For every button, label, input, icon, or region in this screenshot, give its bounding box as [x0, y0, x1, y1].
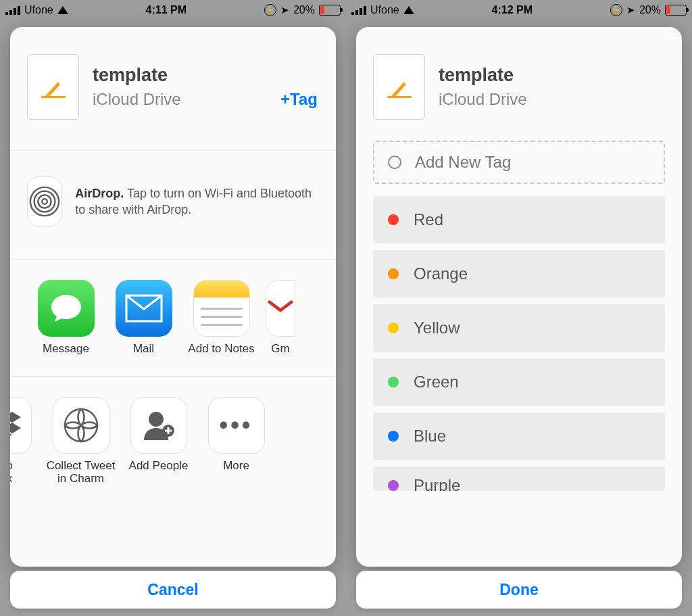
tag-list: Red Orange Yellow Green Blue — [373, 196, 665, 491]
tag-dot — [388, 431, 399, 442]
add-people-icon — [130, 397, 187, 454]
notes-icon — [193, 280, 250, 337]
svg-point-4 — [149, 412, 164, 427]
more-icon: ••• — [208, 397, 265, 454]
tag-green[interactable]: Green — [373, 358, 665, 406]
svg-point-1 — [38, 195, 51, 208]
airdrop-icon — [27, 176, 61, 227]
time-label: 4:12 PM — [414, 4, 610, 16]
battery-percent: 20% — [639, 4, 661, 16]
dropbox-icon — [10, 397, 32, 454]
share-gmail[interactable]: Gm — [260, 280, 301, 356]
rotation-lock-icon: 🔒 — [610, 4, 622, 16]
tag-red[interactable]: Red — [373, 196, 665, 243]
rotation-lock-icon: 🔒 — [264, 4, 276, 16]
mail-icon — [116, 280, 172, 337]
app-share-row[interactable]: Message Mail Add to Notes Gm — [10, 260, 336, 377]
status-bar: Ufone 4:11 PM 🔒 ➤ 20% — [0, 0, 346, 20]
messages-icon — [38, 280, 95, 337]
battery-icon — [665, 5, 687, 16]
share-add-to-notes[interactable]: Add to Notes — [182, 280, 260, 356]
tag-purple[interactable]: Purple — [373, 467, 665, 491]
file-title: template — [93, 65, 319, 86]
tag-dot — [388, 377, 399, 387]
file-type-icon — [27, 54, 79, 120]
action-add-people[interactable]: Add People — [120, 397, 197, 473]
add-new-tag[interactable]: Add New Tag — [373, 141, 665, 184]
tag-picker-card: template iCloud Drive Add New Tag Red Or… — [356, 27, 682, 567]
tag-dot — [388, 480, 399, 491]
signal-icon — [5, 5, 20, 15]
airdrop-text: AirDrop. Tap to turn on Wi-Fi and Blueto… — [75, 185, 319, 218]
file-subtitle: iCloud Drive — [93, 90, 181, 109]
svg-point-0 — [42, 199, 47, 204]
file-header: template iCloud Drive — [356, 27, 682, 137]
battery-icon — [319, 5, 341, 16]
charm-icon — [53, 397, 109, 454]
share-sheet-card: template iCloud Drive +Tag AirDrop. Tap … — [10, 27, 336, 567]
tag-dot — [388, 214, 399, 225]
carrier-label: Ufone — [370, 4, 399, 16]
phone-share-sheet: Ufone 4:11 PM 🔒 ➤ 20% template iCloud Dr… — [0, 0, 346, 616]
file-type-icon — [373, 54, 425, 120]
battery-percent: 20% — [293, 4, 315, 16]
wifi-icon — [403, 6, 414, 14]
share-mail[interactable]: Mail — [105, 280, 182, 356]
pages-icon — [40, 76, 67, 98]
file-title: template — [439, 65, 665, 86]
gmail-icon — [266, 280, 295, 337]
add-tag-icon — [388, 156, 401, 169]
action-more[interactable]: ••• More — [197, 397, 275, 473]
share-message[interactable]: Message — [27, 280, 105, 356]
phone-tag-picker: Ufone 4:12 PM 🔒 ➤ 20% template iCloud Dr… — [346, 0, 692, 616]
action-collect-tweet-charm[interactable]: Collect Tweetin Charm — [42, 397, 120, 485]
tag-orange[interactable]: Orange — [373, 250, 665, 298]
tag-yellow[interactable]: Yellow — [373, 304, 665, 352]
tag-dot — [388, 268, 399, 279]
status-bar: Ufone 4:12 PM 🔒 ➤ 20% — [346, 0, 692, 20]
action-row[interactable]: e tobox Collect Tweetin Charm Add People… — [10, 377, 336, 485]
wifi-icon — [57, 6, 68, 14]
pages-icon — [386, 76, 413, 98]
tag-blue[interactable]: Blue — [373, 412, 665, 460]
add-tag-button[interactable]: +Tag — [280, 90, 319, 109]
airdrop-section[interactable]: AirDrop. Tap to turn on Wi-Fi and Blueto… — [10, 151, 336, 260]
signal-icon — [351, 5, 366, 15]
time-label: 4:11 PM — [68, 4, 264, 16]
file-header: template iCloud Drive +Tag — [10, 27, 336, 151]
carrier-label: Ufone — [24, 4, 53, 16]
tag-dot — [388, 323, 399, 333]
cancel-button[interactable]: Cancel — [10, 571, 336, 609]
done-button[interactable]: Done — [356, 571, 682, 609]
file-subtitle: iCloud Drive — [439, 90, 665, 109]
action-save-to-dropbox[interactable]: e tobox — [10, 397, 42, 485]
